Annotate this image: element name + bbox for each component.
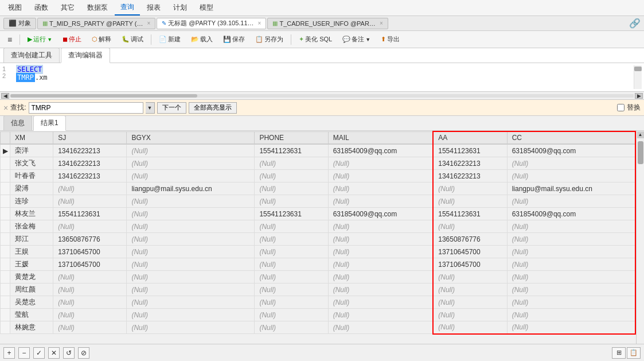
run-button[interactable]: ▶ 运行 ▼ bbox=[24, 33, 56, 45]
cell-xm[interactable]: 梁溥 bbox=[10, 183, 53, 195]
cell-aa[interactable]: 15541123631 bbox=[433, 208, 507, 220]
cell-aa[interactable]: (Null) bbox=[433, 271, 507, 284]
query-editor-tab[interactable]: 查询编辑器 bbox=[61, 48, 110, 63]
debug-button[interactable]: 🐛 调试 bbox=[118, 33, 147, 45]
cell-aa[interactable]: (Null) bbox=[433, 284, 507, 296]
sql-editor[interactable]: 1 2 SELECT TMRP.xm bbox=[0, 63, 644, 92]
cell-mail[interactable]: (Null) bbox=[328, 233, 433, 246]
tab-cadre-user-info[interactable]: ▦ T_CADRE_USER_INFO @PAR… × bbox=[267, 18, 388, 29]
cell-cc[interactable]: (Null) bbox=[507, 296, 635, 309]
cell-sj[interactable]: 13416223213 bbox=[53, 170, 127, 183]
cell-aa[interactable]: 15541123631 bbox=[433, 144, 507, 157]
cell-xm[interactable]: 吴楚忠 bbox=[10, 296, 53, 309]
cell-aa[interactable]: 13710645700 bbox=[433, 258, 507, 271]
cell-mail[interactable]: (Null) bbox=[328, 271, 433, 284]
cell-mail[interactable]: (Null) bbox=[328, 170, 433, 183]
cell-sj[interactable]: (Null) bbox=[53, 321, 127, 334]
refresh-button[interactable]: ↺ bbox=[63, 347, 75, 359]
search-next-button[interactable]: 下一个 bbox=[157, 102, 186, 114]
cell-sj[interactable]: (Null) bbox=[53, 296, 127, 309]
cell-xm[interactable]: 郑江 bbox=[10, 233, 53, 246]
editor-h-scroll[interactable]: ◀ ▶ bbox=[0, 92, 644, 100]
export-button[interactable]: ⬆ 导出 bbox=[377, 33, 404, 45]
cell-bgyx[interactable]: (Null) bbox=[127, 271, 255, 284]
new-button[interactable]: 📄 新建 bbox=[155, 33, 185, 45]
cell-bgyx[interactable]: (Null) bbox=[127, 144, 255, 157]
cell-phone[interactable]: (Null) bbox=[255, 258, 328, 271]
cell-bgyx[interactable]: (Null) bbox=[127, 157, 255, 170]
cell-xm[interactable]: 连珍 bbox=[10, 195, 53, 208]
cell-phone[interactable]: (Null) bbox=[255, 233, 328, 246]
cell-xm[interactable]: 张金梅 bbox=[10, 220, 53, 233]
col-header-aa[interactable]: AA bbox=[433, 131, 507, 144]
close-tab-2-icon[interactable]: × bbox=[258, 20, 261, 26]
search-input[interactable] bbox=[29, 102, 143, 114]
cell-bgyx[interactable]: (Null) bbox=[127, 321, 255, 334]
hamburger-button[interactable]: ≡ bbox=[3, 33, 16, 46]
cell-sj[interactable]: (Null) bbox=[53, 284, 127, 296]
tab-object[interactable]: ⬛ 对象 bbox=[3, 18, 36, 29]
grid-view-button[interactable]: ⊞ bbox=[612, 347, 626, 359]
cell-sj[interactable]: (Null) bbox=[53, 195, 127, 208]
scroll-right-btn[interactable]: ▶ bbox=[635, 93, 643, 99]
cell-bgyx[interactable]: (Null) bbox=[127, 258, 255, 271]
cell-cc[interactable]: (Null) bbox=[507, 309, 635, 321]
cell-phone[interactable]: (Null) bbox=[255, 183, 328, 195]
cell-xm[interactable]: 黄楚龙 bbox=[10, 271, 53, 284]
sql-content[interactable]: SELECT TMRP.xm bbox=[16, 65, 634, 89]
table-row[interactable]: ▶栾洋13416223213(Null)15541123631631854009… bbox=[1, 144, 636, 157]
menu-view[interactable]: 视图 bbox=[2, 1, 28, 15]
cell-sj[interactable]: 13710645700 bbox=[53, 258, 127, 271]
cell-mail[interactable]: (Null) bbox=[328, 157, 433, 170]
table-row[interactable]: 王娱13710645700(Null)(Null)(Null)137106457… bbox=[1, 246, 636, 258]
cell-bgyx[interactable]: (Null) bbox=[127, 284, 255, 296]
table-row[interactable]: 黄楚龙(Null)(Null)(Null)(Null)(Null)(Null) bbox=[1, 271, 636, 284]
table-row[interactable]: 吴楚忠(Null)(Null)(Null)(Null)(Null)(Null) bbox=[1, 296, 636, 309]
cell-bgyx[interactable]: (Null) bbox=[127, 208, 255, 220]
save-as-button[interactable]: 📋 另存为 bbox=[251, 33, 287, 45]
tab-mid-rs-party[interactable]: ▦ T_MID_RS_PARTY @PARTY (… × bbox=[37, 18, 155, 29]
cell-sj[interactable]: 13416223213 bbox=[53, 157, 127, 170]
replace-checkbox[interactable] bbox=[617, 104, 625, 111]
scroll-thumb[interactable] bbox=[638, 141, 643, 164]
search-highlight-button[interactable]: 全部高亮显示 bbox=[189, 102, 237, 114]
table-row[interactable]: 郑江13650876776(Null)(Null)(Null)136508767… bbox=[1, 233, 636, 246]
scroll-left-btn[interactable]: ◀ bbox=[1, 93, 9, 99]
cell-mail[interactable]: (Null) bbox=[328, 309, 433, 321]
cell-mail[interactable]: (Null) bbox=[328, 195, 433, 208]
cell-phone[interactable]: (Null) bbox=[255, 246, 328, 258]
cell-aa[interactable]: 13710645700 bbox=[433, 246, 507, 258]
search-close-button[interactable]: × bbox=[3, 103, 8, 112]
cell-aa[interactable]: (Null) bbox=[433, 183, 507, 195]
form-view-button[interactable]: 📋 bbox=[627, 347, 641, 359]
cell-bgyx[interactable]: liangpu@mail.sysu.edu.cn bbox=[127, 183, 255, 195]
cell-mail[interactable]: 631854009@qq.com bbox=[328, 144, 433, 157]
cell-aa[interactable]: 13416223213 bbox=[433, 170, 507, 183]
cell-aa[interactable]: 13416223213 bbox=[433, 157, 507, 170]
cell-cc[interactable]: (Null) bbox=[507, 246, 635, 258]
cell-aa[interactable]: (Null) bbox=[433, 309, 507, 321]
col-header-phone[interactable]: PHONE bbox=[255, 131, 328, 144]
table-row[interactable]: 张文飞13416223213(Null)(Null)(Null)13416223… bbox=[1, 157, 636, 170]
menu-query[interactable]: 查询 bbox=[115, 0, 140, 15]
table-row[interactable]: 林婉意(Null)(Null)(Null)(Null)(Null)(Null) bbox=[1, 321, 636, 334]
cell-mail[interactable]: (Null) bbox=[328, 246, 433, 258]
cell-phone[interactable]: (Null) bbox=[255, 157, 328, 170]
cell-phone[interactable]: (Null) bbox=[255, 296, 328, 309]
cell-bgyx[interactable]: (Null) bbox=[127, 296, 255, 309]
cell-phone[interactable]: (Null) bbox=[255, 271, 328, 284]
scroll-up-btn[interactable]: ▲ bbox=[637, 131, 644, 138]
tab-untitled[interactable]: ✎ 无标题 @PARTY (39.105.11… × bbox=[157, 18, 266, 29]
table-row[interactable]: 林友兰15541123631(Null)15541123631631854009… bbox=[1, 208, 636, 220]
col-header-cc[interactable]: CC bbox=[507, 131, 635, 144]
cell-sj[interactable]: (Null) bbox=[53, 309, 127, 321]
add-row-button[interactable]: + bbox=[3, 347, 15, 359]
cell-mail[interactable]: (Null) bbox=[328, 258, 433, 271]
table-row[interactable]: 周红颜(Null)(Null)(Null)(Null)(Null)(Null) bbox=[1, 284, 636, 296]
beautify-button[interactable]: ✦ 美化 SQL bbox=[295, 33, 336, 45]
cell-mail[interactable]: 631854009@qq.com bbox=[328, 208, 433, 220]
col-header-mail[interactable]: MAIL bbox=[328, 131, 433, 144]
menu-model[interactable]: 模型 bbox=[194, 1, 219, 15]
cell-cc[interactable]: (Null) bbox=[507, 170, 635, 183]
cell-cc[interactable]: (Null) bbox=[507, 321, 635, 334]
